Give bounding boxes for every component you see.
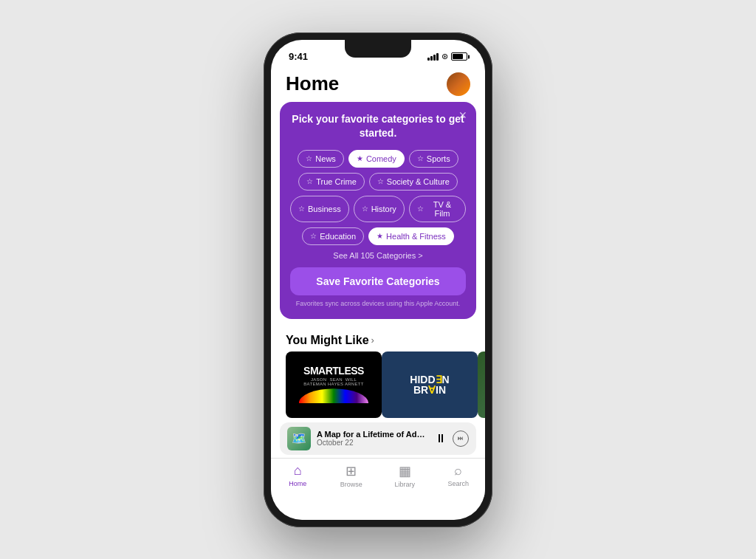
close-button[interactable]: ✕ — [458, 109, 467, 121]
podcast-thumb-smartless[interactable]: SMARTLESS JASON SEAN WILLBATEMAN HAYES A… — [286, 351, 382, 418]
pause-button[interactable]: ⏸ — [435, 432, 447, 445]
category-row-4: ☆ Education ★ Health & Fitness — [302, 227, 454, 245]
save-categories-button[interactable]: Save Favorite Categories — [290, 267, 466, 295]
tab-home-label: Home — [289, 480, 306, 487]
section-title: You Might Like — [286, 334, 369, 347]
card-title: Pick your favorite categories to get sta… — [290, 112, 466, 141]
podcast-thumb-hidden-brain[interactable]: HIDD∃NBR∀IN — [382, 351, 478, 418]
star-filled-icon: ★ — [377, 232, 383, 240]
search-icon: ⌕ — [454, 463, 462, 479]
star-icon: ☆ — [377, 177, 384, 185]
smartless-rainbow — [299, 388, 368, 403]
tab-library-label: Library — [394, 481, 415, 488]
tab-home[interactable]: ⌂ Home — [279, 463, 316, 487]
star-filled-icon: ★ — [357, 154, 363, 162]
tab-library[interactable]: ▦ Library — [386, 463, 423, 488]
phone-frame: 9:41 ⊛ Home ✕ Pick your favori — [264, 32, 492, 527]
page-title: Home — [286, 72, 339, 95]
star-icon: ☆ — [306, 154, 312, 162]
notch — [345, 40, 411, 58]
skip-forward-button[interactable]: ⏭ — [453, 431, 469, 447]
mini-player-artwork: 🗺️ — [287, 427, 311, 450]
tab-search-label: Search — [447, 480, 469, 487]
tab-search[interactable]: ⌕ Search — [440, 463, 477, 487]
tab-bar: ⌂ Home ⊞ Browse ▦ Library ⌕ Search — [271, 458, 485, 498]
category-pill-history[interactable]: ☆ History — [354, 196, 405, 222]
star-icon: ☆ — [417, 205, 424, 213]
smartless-hosts: JASON SEAN WILLBATEMAN HAYES ARNETT — [303, 377, 363, 386]
avatar[interactable] — [447, 72, 470, 96]
sync-note: Favorites sync across devices using this… — [290, 300, 466, 307]
status-time: 9:41 — [289, 51, 308, 62]
category-pill-sports[interactable]: ☆ Sports — [409, 150, 458, 168]
smartless-title: SMARTLESS — [303, 366, 364, 376]
status-icons: ⊛ — [427, 52, 467, 61]
star-icon: ☆ — [310, 232, 317, 240]
star-icon: ☆ — [417, 154, 424, 162]
wifi-icon: ⊛ — [441, 52, 448, 61]
third-cover: 🌍 — [478, 351, 485, 418]
category-pill-true-crime[interactable]: ☆ True Crime — [298, 173, 365, 191]
mini-player-date: October 22 — [317, 439, 429, 447]
categories-container: ☆ News ★ Comedy ☆ Sports ☆ — [290, 150, 466, 245]
category-row-1: ☆ News ★ Comedy ☆ Sports — [298, 150, 458, 168]
hidden-brain-title: HIDD∃NBR∀IN — [410, 374, 449, 395]
category-pill-tv-film[interactable]: ☆ TV & Film — [409, 196, 466, 222]
you-might-like-header: You Might Like › — [271, 328, 485, 351]
star-icon: ☆ — [306, 177, 313, 185]
category-pill-business[interactable]: ☆ Business — [290, 196, 349, 222]
mini-player-title: A Map for a Lifetime of Adventu... — [317, 430, 429, 439]
mini-player[interactable]: 🗺️ A Map for a Lifetime of Adventu... Oc… — [280, 422, 476, 455]
mini-player-controls: ⏸ ⏭ — [435, 431, 469, 447]
browse-icon: ⊞ — [346, 463, 357, 479]
category-pill-education[interactable]: ☆ Education — [302, 227, 364, 245]
podcast-row: SMARTLESS JASON SEAN WILLBATEMAN HAYES A… — [271, 351, 485, 418]
category-pill-news[interactable]: ☆ News — [298, 150, 344, 168]
category-row-3: ☆ Business ☆ History ☆ TV & Film — [290, 196, 466, 222]
hidden-brain-cover: HIDD∃NBR∀IN — [382, 351, 478, 418]
star-icon: ☆ — [298, 205, 305, 213]
category-pill-comedy[interactable]: ★ Comedy — [348, 150, 405, 168]
battery-icon — [451, 52, 467, 61]
podcast-thumb-third[interactable]: 🌍 — [478, 351, 485, 418]
tab-browse-label: Browse — [340, 481, 362, 488]
category-pill-society-culture[interactable]: ☆ Society & Culture — [369, 173, 458, 191]
chevron-right-icon: › — [371, 335, 374, 346]
category-card: ✕ Pick your favorite categories to get s… — [280, 102, 476, 319]
phone-screen: 9:41 ⊛ Home ✕ Pick your favori — [271, 40, 485, 520]
category-pill-health-fitness[interactable]: ★ Health & Fitness — [368, 227, 454, 245]
see-all-link[interactable]: See All 105 Categories > — [290, 251, 466, 260]
category-row-2: ☆ True Crime ☆ Society & Culture — [298, 173, 458, 191]
smartless-cover: SMARTLESS JASON SEAN WILLBATEMAN HAYES A… — [286, 351, 382, 418]
signal-icon — [427, 53, 439, 61]
app-header: Home — [271, 66, 485, 102]
star-icon: ☆ — [362, 205, 368, 213]
library-icon: ▦ — [399, 463, 411, 479]
tab-browse[interactable]: ⊞ Browse — [333, 463, 370, 488]
mini-player-info: A Map for a Lifetime of Adventu... Octob… — [317, 430, 429, 447]
home-icon: ⌂ — [294, 463, 302, 479]
